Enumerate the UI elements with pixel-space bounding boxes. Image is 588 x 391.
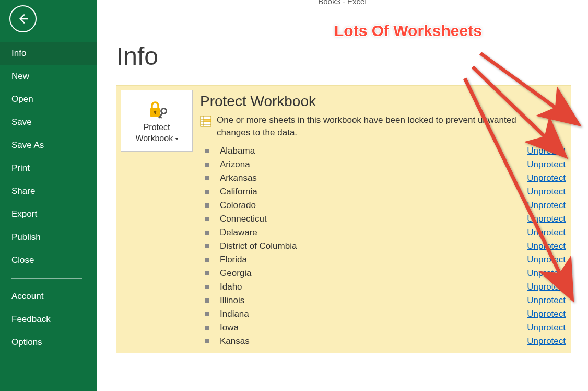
unprotect-link[interactable]: Unprotect (527, 255, 566, 265)
unprotect-link[interactable]: Unprotect (527, 309, 566, 319)
sheet-row: CaliforniaUnprotect (200, 185, 566, 199)
sidebar-item-save[interactable]: Save (0, 111, 97, 134)
sheet-name: Delaware (220, 227, 527, 238)
sheet-row: ArizonaUnprotect (200, 158, 566, 171)
sheet-row: KansasUnprotect (200, 335, 566, 348)
bullet-icon (205, 149, 209, 153)
unprotect-link[interactable]: Unprotect (527, 268, 566, 279)
bullet-icon (205, 339, 209, 343)
bullet-icon (205, 203, 209, 208)
sidebar-item-info[interactable]: Info (0, 42, 97, 65)
sheet-name: District of Columbia (220, 241, 527, 251)
sheet-row: IndianaUnprotect (200, 307, 566, 321)
page-title: Info (116, 42, 588, 71)
sheet-name: Alabama (220, 146, 527, 156)
sheet-name: Illinois (220, 295, 527, 306)
bullet-icon (205, 163, 209, 167)
unprotect-link[interactable]: Unprotect (527, 295, 566, 306)
sheet-row: District of ColumbiaUnprotect (200, 239, 566, 253)
sidebar-item-feedback[interactable]: Feedback (0, 308, 97, 331)
bullet-icon (205, 244, 209, 248)
unprotect-link[interactable]: Unprotect (527, 173, 566, 183)
unprotect-link[interactable]: Unprotect (527, 146, 566, 156)
bullet-icon (205, 298, 209, 303)
unprotect-link[interactable]: Unprotect (527, 336, 566, 347)
dropdown-caret-icon: ▾ (175, 136, 178, 142)
sheet-row: IowaUnprotect (200, 321, 566, 335)
sidebar-item-publish[interactable]: Publish (0, 226, 97, 249)
sheet-row: IllinoisUnprotect (200, 294, 566, 307)
bullet-icon (205, 176, 209, 180)
bullet-icon (205, 258, 209, 262)
unprotect-link[interactable]: Unprotect (527, 200, 566, 211)
unprotect-link[interactable]: Unprotect (527, 227, 566, 238)
protect-workbook-button[interactable]: Protect Workbook ▾ (121, 90, 193, 152)
sheet-name: Florida (220, 255, 527, 265)
card-body: Protect Workbook One or more sheets in t… (197, 86, 571, 353)
sidebar-item-close[interactable]: Close (0, 249, 97, 272)
sheet-name: Idaho (220, 282, 527, 292)
bullet-icon (205, 271, 209, 275)
sheet-row: ConnecticutUnprotect (200, 212, 566, 226)
sheet-row: AlabamaUnprotect (200, 144, 566, 158)
worksheet-icon (200, 116, 211, 127)
unprotect-link[interactable]: Unprotect (527, 214, 566, 224)
sheet-name: Arizona (220, 159, 527, 170)
unprotect-link[interactable]: Unprotect (527, 159, 566, 170)
window-title-bar: Book3 - Excel (97, 0, 588, 4)
bullet-icon (205, 285, 209, 289)
back-button[interactable] (9, 5, 37, 32)
window-title: Book3 - Excel (318, 0, 367, 6)
sheet-name: Georgia (220, 268, 527, 279)
sheet-name: Indiana (220, 309, 527, 319)
unprotect-link[interactable]: Unprotect (527, 282, 566, 292)
sheet-name: California (220, 187, 527, 197)
sidebar-divider (11, 278, 82, 279)
sheet-row: GeorgiaUnprotect (200, 267, 566, 280)
sheet-row: DelawareUnprotect (200, 226, 566, 239)
bullet-icon (205, 190, 209, 194)
sidebar-item-options[interactable]: Options (0, 331, 97, 354)
sheet-name: Kansas (220, 336, 527, 347)
unprotect-link[interactable]: Unprotect (527, 241, 566, 251)
protected-sheet-list: AlabamaUnprotectArizonaUnprotectArkansas… (200, 144, 566, 348)
bullet-icon (205, 326, 209, 330)
svg-rect-3 (155, 112, 156, 114)
sheet-name: Arkansas (220, 173, 527, 183)
sheet-row: IdahoUnprotect (200, 280, 566, 294)
sheet-name: Colorado (220, 200, 527, 211)
bullet-icon (205, 217, 209, 221)
protect-workbook-card: Protect Workbook ▾ Protect Workbook One … (116, 85, 571, 353)
sidebar-item-account[interactable]: Account (0, 285, 97, 308)
sheet-name: Connecticut (220, 214, 527, 224)
svg-rect-12 (204, 119, 211, 122)
card-description: One or more sheets in this workbook have… (217, 114, 540, 139)
sidebar-item-print[interactable]: Print (0, 157, 97, 180)
sheet-row: ColoradoUnprotect (200, 199, 566, 212)
unprotect-link[interactable]: Unprotect (527, 187, 566, 197)
lock-key-icon (146, 97, 168, 122)
backstage-sidebar: InfoNewOpenSaveSave AsPrintShareExportPu… (0, 0, 97, 391)
annotation-label: Lots Of Worksheets (334, 22, 482, 40)
sidebar-item-share[interactable]: Share (0, 180, 97, 203)
main-panel: Book3 - Excel Info Protect (97, 0, 588, 391)
sheet-row: ArkansasUnprotect (200, 171, 566, 185)
sidebar-item-new[interactable]: New (0, 65, 97, 88)
protect-button-label-2: Workbook (135, 134, 173, 143)
sidebar-item-open[interactable]: Open (0, 88, 97, 111)
bullet-icon (205, 231, 209, 235)
protect-button-label-1: Protect (144, 122, 170, 133)
sidebar-item-export[interactable]: Export (0, 203, 97, 226)
card-heading: Protect Workbook (200, 93, 566, 110)
sidebar-item-save-as[interactable]: Save As (0, 134, 97, 157)
unprotect-link[interactable]: Unprotect (527, 323, 566, 333)
sheet-row: FloridaUnprotect (200, 253, 566, 267)
bullet-icon (205, 312, 209, 316)
back-arrow-icon (16, 12, 30, 26)
sheet-name: Iowa (220, 323, 527, 333)
